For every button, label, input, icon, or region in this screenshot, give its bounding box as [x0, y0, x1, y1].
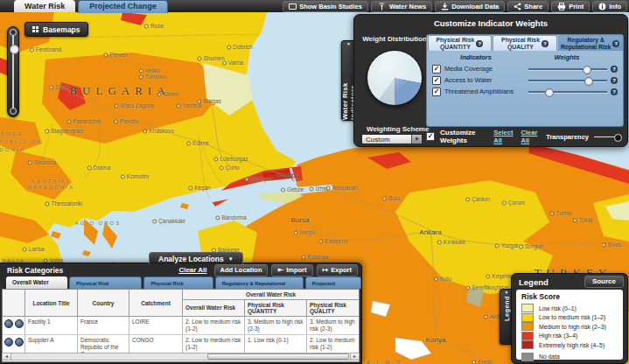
- legend-item: Low to medium risk (1–2): [521, 313, 618, 323]
- indicator-row-media-coverage: ✓ Media Coverage ?: [427, 63, 623, 74]
- tab-water-risk[interactable]: Water Risk: [14, 0, 75, 12]
- info-button[interactable]: Info: [592, 1, 627, 12]
- import-button[interactable]: ⇤ Import: [271, 264, 312, 276]
- transparency-thumb[interactable]: [614, 134, 622, 142]
- print-icon: [557, 3, 566, 10]
- help-icon[interactable]: ?: [612, 40, 619, 47]
- basemaps-grid-icon: [32, 26, 39, 33]
- slider-thumb[interactable]: [545, 88, 554, 97]
- source-button[interactable]: Source: [584, 276, 624, 288]
- weights-footer: ✓ Customize Weights Select All Clear All…: [426, 130, 622, 143]
- collapse-triangle-icon: ▼: [505, 290, 509, 296]
- col-country: Country: [78, 290, 129, 316]
- tab-projected-change[interactable]: Projected Change: [305, 276, 361, 289]
- chevron-down-icon: ▼: [228, 256, 234, 262]
- scroll-right-icon[interactable]: ►: [350, 354, 359, 360]
- show-basin-studies-button[interactable]: Show Basin Studies: [283, 1, 368, 12]
- col-overall-water-risk: Overall Water Risk: [183, 300, 245, 316]
- risk-categories-panel: Risk Categories Clear All Add Location ⇤…: [0, 262, 362, 364]
- weighting-scheme-label: Weighting Scheme: [367, 125, 429, 133]
- clear-all-link[interactable]: Clear All: [178, 266, 206, 274]
- legend-item: Medium to high risk (2–3): [521, 322, 618, 332]
- export-icon: ↦: [323, 267, 329, 274]
- panel-header: Risk Categories Clear All Add Location ⇤…: [0, 263, 361, 276]
- tab-overall-water-risk[interactable]: Overall Water Risk: [6, 276, 67, 289]
- analyze-locations-toggle[interactable]: Analyze Locations ▼: [149, 252, 243, 264]
- basemaps-button[interactable]: Basemaps: [24, 22, 88, 37]
- legend-item: No data: [521, 353, 618, 362]
- panel-title: Customize Indicator Weights: [354, 15, 627, 28]
- row-zoom-icon[interactable]: [4, 319, 13, 328]
- risk-score-heading: Risk Score: [521, 292, 618, 301]
- basemaps-label: Basemaps: [43, 25, 80, 34]
- app: { "header": { "tabs": [ {"label": "Water…: [0, 0, 629, 364]
- tab-regulatory-reputational-risk[interactable]: Regulatory & Reputational Risk: [215, 276, 304, 289]
- tab-physical-risk-quality[interactable]: Physical RiskQUALITY ?: [493, 35, 557, 51]
- tab-regulatory-reputational-risk[interactable]: Regulatory &Reputational Risk ?: [558, 35, 623, 51]
- zoom-out-icon[interactable]: [10, 108, 17, 115]
- risk-category-tabs: Physical RiskQUANTITY ? Physical RiskQUA…: [427, 35, 623, 51]
- basin-studies-icon: [289, 4, 297, 10]
- info-icon: [598, 3, 606, 10]
- water-news-button[interactable]: Water News: [371, 1, 432, 12]
- risk-table-tabs: Overall Water Risk Physical Risk QUANTIT…: [0, 276, 361, 289]
- legend-item: Low risk (0–1): [521, 304, 618, 313]
- overall-water-risk-group: Overall Water Risk Overall Water Risk Ph…: [183, 290, 359, 316]
- indicator-weights-area: Physical RiskQUANTITY ? Physical RiskQUA…: [426, 34, 624, 127]
- add-location-button[interactable]: Add Location: [214, 264, 269, 276]
- indicator-row-access-to-water: ✓ Access to Water ?: [427, 74, 623, 86]
- map-zoom-slider[interactable]: [7, 26, 19, 117]
- share-button[interactable]: Share: [507, 1, 549, 12]
- row-zoom-icon[interactable]: [4, 338, 13, 346]
- tab-projected-change[interactable]: Projected Change: [78, 0, 168, 13]
- customize-weights-checkbox[interactable]: ✓: [426, 132, 435, 141]
- scrollbar-thumb[interactable]: [207, 354, 349, 360]
- row-info-icon[interactable]: [15, 319, 24, 328]
- export-button[interactable]: ↦ Export: [317, 264, 358, 276]
- help-icon[interactable]: ?: [611, 88, 618, 95]
- tab-physical-risk-quality[interactable]: Physical Risk QUALITY: [143, 276, 213, 289]
- antenna-icon: [377, 3, 387, 10]
- legend-swatch: [521, 353, 534, 361]
- legend-swatch: [521, 313, 534, 322]
- dropdown-arrow-icon: ▼: [411, 135, 422, 144]
- help-icon[interactable]: ?: [611, 77, 618, 84]
- legend-item: High risk (3–4): [521, 332, 618, 341]
- group-header: Overall Water Risk: [183, 290, 359, 300]
- media-coverage-weight-slider[interactable]: [528, 65, 607, 74]
- col-catchment: Catchment: [129, 290, 183, 316]
- table-header: Location Title Country Catchment Overall…: [3, 290, 359, 317]
- download-data-button[interactable]: Download Data: [435, 1, 505, 12]
- tab-physical-risk-quantity[interactable]: Physical Risk QUANTITY: [69, 276, 142, 289]
- access-to-water-weight-slider[interactable]: [528, 76, 607, 85]
- transparency-slider[interactable]: [594, 133, 622, 141]
- weight-pie-chart: [367, 50, 423, 106]
- weighting-scheme-dropdown[interactable]: Custom ▼: [361, 134, 423, 144]
- scroll-left-icon[interactable]: ◄: [3, 354, 11, 360]
- table-row[interactable]: Facility 1 France LOIRE 2. Low to medium…: [3, 317, 359, 335]
- top-bar: Water Risk Projected Change Show Basin S…: [0, 0, 629, 12]
- legend-header: Legend Source: [512, 274, 627, 289]
- tab-physical-risk-quantity[interactable]: Physical RiskQUANTITY ?: [428, 35, 493, 51]
- access-to-water-checkbox[interactable]: ✓: [432, 76, 441, 85]
- help-icon[interactable]: ?: [476, 40, 483, 47]
- clear-all-link[interactable]: Clear All: [521, 129, 542, 144]
- horizontal-scrollbar[interactable]: ◄ ►: [2, 353, 360, 360]
- download-icon: [441, 3, 449, 10]
- legend-title: Legend: [519, 277, 549, 287]
- threatened-amphibians-weight-slider[interactable]: [528, 88, 607, 96]
- legend-swatch: [521, 322, 534, 331]
- print-button[interactable]: Print: [551, 1, 590, 12]
- slider-thumb[interactable]: [584, 77, 593, 86]
- scrollbar-track[interactable]: [11, 354, 350, 360]
- help-icon[interactable]: ?: [542, 40, 549, 47]
- col-physical-risk-quality: Physical RiskQUALITY: [307, 300, 359, 316]
- help-icon[interactable]: ?: [611, 66, 618, 73]
- slider-thumb[interactable]: [583, 66, 591, 74]
- row-info-icon[interactable]: [15, 338, 24, 346]
- weight-distribution-label: Weight Distribution: [358, 35, 431, 43]
- threatened-amphibians-checkbox[interactable]: ✓: [432, 88, 441, 96]
- zoom-slider-thumb[interactable]: [10, 45, 19, 54]
- select-all-link[interactable]: Select All: [493, 129, 515, 144]
- media-coverage-checkbox[interactable]: ✓: [432, 65, 441, 74]
